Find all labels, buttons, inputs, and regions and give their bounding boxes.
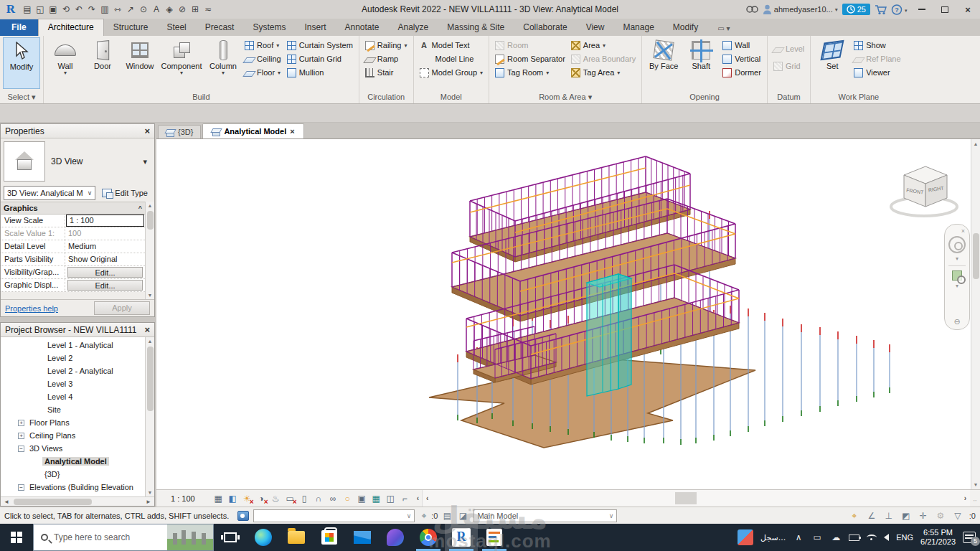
panel-label-select[interactable]: Select ▾ (0, 91, 43, 103)
file-tabs-icon[interactable]: ▤ (22, 3, 33, 16)
expand-icon[interactable]: + (18, 433, 24, 439)
zoom-tool-icon[interactable] (952, 270, 962, 281)
ramp-button[interactable]: Ramp (365, 53, 407, 65)
window-button[interactable]: Window (121, 37, 159, 72)
type-selector[interactable]: 3D View: Analytical M∨ (4, 186, 95, 200)
open-icon[interactable]: ◱ (34, 3, 46, 16)
design-option-dropdown[interactable]: Main Model∨ (473, 509, 617, 522)
by-face-button[interactable]: By Face (645, 37, 682, 72)
office-app[interactable] (379, 524, 412, 551)
set-button[interactable]: Set (814, 37, 851, 72)
close-hidden-windows-icon[interactable]: ⊞ (189, 3, 201, 16)
tab-massing-site[interactable]: Massing & Site (438, 19, 514, 36)
tab-systems[interactable]: Systems (243, 19, 295, 36)
type-dropdown-icon[interactable]: ▾ (143, 157, 147, 166)
tab-manage[interactable]: Manage (613, 19, 663, 36)
tab-view[interactable]: View (577, 19, 614, 36)
canvas-vscrollbar[interactable]: ▲▼ (971, 139, 980, 489)
wall-opening-button[interactable]: Wall (722, 39, 761, 51)
viewbar-collapse-icon[interactable]: ‹ (417, 494, 419, 502)
crop-region-icon[interactable]: ▯ (298, 492, 311, 504)
restore-button[interactable] (936, 2, 954, 17)
default-3d-view-icon[interactable]: ◈ (164, 3, 175, 16)
tag-area-button[interactable]: Tag Area▾ (571, 67, 636, 78)
displacement-sets-icon[interactable]: ◫ (385, 492, 397, 504)
mail-app[interactable] (346, 524, 379, 551)
print-icon[interactable]: ▥ (99, 3, 110, 16)
show-analytical-model-icon[interactable]: ▦ (370, 492, 382, 504)
taskbar-search[interactable]: Type here to search (33, 524, 214, 551)
select-underlay-elements-icon[interactable]: ∠ (865, 510, 878, 522)
weather-icon[interactable] (738, 529, 753, 545)
edit-type-button[interactable]: Edit Type (98, 188, 151, 198)
project-browser-close-icon[interactable]: × (144, 324, 150, 335)
tag-icon[interactable]: ⊙ (138, 3, 149, 16)
zoom-dropdown-icon[interactable]: ▾ (956, 283, 958, 289)
select-links-icon[interactable]: ⌖ (848, 510, 861, 522)
stair-button[interactable]: Stair (365, 67, 407, 78)
show-work-plane-button[interactable]: Show (854, 39, 900, 51)
area-button[interactable]: Area▾ (571, 39, 636, 51)
viewcube[interactable]: FRONT RIGHT (888, 159, 960, 224)
tab-modify[interactable]: Modify (664, 19, 707, 36)
view-tab-3d[interactable]: {3D} (158, 125, 201, 138)
mullion-button[interactable]: Mullion (287, 67, 353, 78)
expand-icon[interactable]: + (18, 420, 24, 426)
properties-scrollbar[interactable]: ▲▼ (145, 202, 154, 299)
aligned-dimension-icon[interactable]: ↗ (125, 3, 136, 16)
detail-level-value[interactable]: Medium (65, 240, 145, 253)
revit-logo-icon[interactable]: R (3, 2, 19, 17)
start-button[interactable] (0, 524, 33, 551)
graphic-display-edit-button[interactable]: Edit... (67, 280, 143, 291)
wheel-dropdown-icon[interactable]: ▾ (956, 255, 958, 262)
browser-scrollbar[interactable]: ▲▼ (145, 337, 154, 496)
collapse-icon[interactable]: − (18, 446, 24, 452)
collapse-icon[interactable]: − (18, 484, 24, 491)
navigation-bar[interactable]: × ▾ ▾ ⊖ (944, 224, 970, 330)
panel-label-room-area[interactable]: Room & Area ▾ (489, 91, 641, 103)
shaft-button[interactable]: Shaft (682, 37, 720, 72)
roof-button[interactable]: Roof▾ (245, 39, 281, 51)
active-workset-dropdown[interactable]: ∨ (253, 509, 415, 522)
clock[interactable]: 6:55 PM 6/21/2023 (920, 528, 956, 547)
tab-architecture[interactable]: Architecture (38, 19, 104, 36)
search-icon[interactable] (745, 4, 758, 14)
view-tab-analytical-model[interactable]: Analytical Model× (202, 123, 303, 138)
properties-close-icon[interactable]: × (144, 126, 150, 136)
crop-view-icon[interactable]: ▭ (284, 492, 296, 504)
temporary-view-properties-icon[interactable]: ▣ (356, 492, 368, 504)
column-button[interactable]: Column▾ (204, 37, 242, 77)
measure-icon[interactable]: ⇿ (112, 3, 123, 16)
model-group-button[interactable]: Model Group▾ (420, 67, 484, 78)
tab-annotate[interactable]: Annotate (335, 19, 388, 36)
ceiling-button[interactable]: Ceiling (245, 53, 281, 65)
canvas-hscrollbar[interactable]: ‹ › (422, 490, 970, 507)
tab-analyze[interactable]: Analyze (389, 19, 438, 36)
component-button[interactable]: Component▾ (159, 37, 204, 77)
rendering-dialog-icon[interactable]: ♨ (270, 492, 282, 504)
visual-style-icon[interactable]: ◧ (227, 492, 239, 504)
edge-app[interactable] (247, 524, 280, 551)
curtain-grid-button[interactable]: Curtain Grid (287, 53, 353, 65)
undo-icon[interactable]: ↶ (73, 3, 85, 16)
railing-button[interactable]: Railing▾ (365, 39, 407, 51)
viewer-button[interactable]: Viewer (854, 67, 900, 78)
tree-item-east[interactable]: East (1, 494, 145, 496)
tab-file[interactable]: File (0, 19, 38, 36)
dormer-button[interactable]: Dormer (722, 67, 761, 78)
onedrive-icon[interactable]: ☁ (830, 532, 842, 542)
sync-icon[interactable]: ⟲ (60, 3, 72, 16)
tree-item-level1-analytical[interactable]: Level 1 - Analytical (1, 339, 145, 352)
wall-button[interactable]: Wall▾ (47, 37, 84, 77)
reveal-constraints-icon[interactable]: ⌐ (399, 492, 411, 504)
worksets-icon[interactable] (237, 511, 249, 521)
tree-item-site[interactable]: Site (1, 403, 145, 416)
tree-item-3d[interactable]: {3D} (1, 468, 145, 481)
lock-3d-view-icon[interactable]: ∩ (313, 492, 325, 504)
subscription-badge[interactable]: 25 (842, 4, 870, 15)
view-scale-button[interactable]: 1 : 100 (164, 493, 202, 504)
tag-room-button[interactable]: Tag Room▾ (495, 67, 565, 78)
scroll-left-icon[interactable]: ‹ (423, 494, 432, 502)
settings-gear-icon[interactable]: ⚙ (934, 510, 947, 522)
section-icon[interactable]: ⊘ (176, 3, 188, 16)
